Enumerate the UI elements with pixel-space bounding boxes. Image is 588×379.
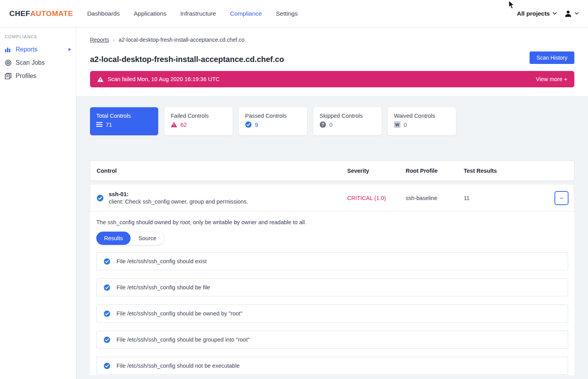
control-row-ssh-01[interactable]: ssh-01: client: Check ssh_config owner, … [90, 184, 574, 211]
warning-triangle-icon [97, 76, 104, 82]
stat-card-skipped-controls[interactable]: Skipped Controls ? 0 [313, 107, 381, 135]
stat-value: 71 [106, 121, 112, 128]
stat-label: Failed Controls [171, 113, 226, 119]
question-circle-icon: ? [320, 121, 326, 128]
arrow-right-icon [68, 48, 71, 51]
detail-tabs: Results Source [96, 232, 164, 245]
column-header-control: Control [90, 168, 347, 174]
column-header-root-profile: Root Profile [406, 168, 464, 174]
check-circle-icon [97, 195, 104, 202]
mouse-cursor-icon [509, 0, 515, 11]
breadcrumb-reports-link[interactable]: Reports [90, 37, 109, 43]
result-item: File /etc/ssh/ssh_config should be group… [96, 331, 568, 349]
result-item: File /etc/ssh/ssh_config should be file [96, 278, 568, 296]
svg-text:?: ? [321, 122, 324, 127]
scan-failed-message: Scan failed Mon, 10 Aug 2020 16:19:36 UT… [108, 76, 220, 82]
collapse-row-button[interactable]: − [554, 191, 569, 205]
nav-item-dashboards[interactable]: Dashboards [87, 10, 120, 17]
result-text: File /etc/ssh/ssh_config should not be e… [117, 363, 240, 369]
control-severity: CRITICAL (1.0) [347, 195, 406, 201]
breadcrumb: Reports › a2-local-desktop-fresh-install… [90, 37, 574, 43]
column-header-severity: Severity [347, 168, 406, 174]
check-circle-icon [104, 258, 110, 265]
check-circle-icon [104, 284, 110, 291]
tab-source[interactable]: Source [131, 232, 164, 245]
user-icon [564, 9, 572, 18]
user-menu[interactable] [564, 9, 579, 18]
projects-dropdown[interactable]: All projects [517, 10, 557, 17]
stat-label: Skipped Controls [320, 113, 375, 119]
column-header-test-results: Test Results [464, 168, 574, 174]
nav-item-settings[interactable]: Settings [276, 10, 298, 17]
control-description: client: Check ssh_config owner, group an… [109, 198, 248, 205]
control-detail-description: The ssh_config should owned by root, onl… [96, 219, 568, 225]
main-content: Reports › a2-local-desktop-fresh-install… [76, 27, 588, 379]
sidebar-item-scan-jobs[interactable]: Scan Jobs [0, 56, 76, 69]
sidebar-item-reports[interactable]: Reports [0, 43, 76, 56]
logo-automate: AUTOMATE [30, 9, 73, 18]
scan-history-button[interactable]: Scan History [530, 51, 574, 64]
results-list: File /etc/ssh/ssh_config should exist Fi… [96, 252, 568, 375]
result-item: File /etc/ssh/ssh_config should be owned… [96, 305, 568, 322]
scan-failed-banner: Scan failed Mon, 10 Aug 2020 16:19:36 UT… [90, 71, 574, 87]
stat-label: Passed Controls [245, 113, 301, 119]
sidebar-item-profiles[interactable]: Profiles [0, 69, 76, 83]
stat-card-failed-controls[interactable]: Failed Controls 62 [164, 107, 233, 135]
page-title: a2-local-desktop-fresh-install-acceptanc… [90, 55, 284, 64]
stat-value: 0 [329, 121, 332, 128]
page-header: Reports › a2-local-desktop-fresh-install… [76, 27, 588, 96]
top-nav: CHEFAUTOMATE Dashboards Applications Inf… [0, 0, 588, 27]
stat-label: Total Controls [96, 113, 152, 119]
controls-table: Control Severity Root Profile Test Resul… [90, 161, 574, 375]
result-text: File /etc/ssh/ssh_config should be group… [117, 336, 250, 343]
stat-card-passed-controls[interactable]: Passed Controls 9 [239, 107, 307, 135]
check-circle-icon [104, 363, 110, 369]
projects-label: All projects [517, 10, 550, 17]
broadcast-icon [5, 59, 12, 66]
documents-icon [5, 73, 12, 80]
stat-card-total-controls[interactable]: Total Controls 71 [90, 107, 158, 135]
result-text: File /etc/ssh/ssh_config should exist [117, 258, 207, 264]
result-item: File /etc/ssh/ssh_config should not be e… [96, 357, 568, 375]
check-circle-icon [104, 336, 110, 343]
nav-item-compliance[interactable]: Compliance [230, 10, 262, 17]
nav-item-infrastructure[interactable]: Infrastructure [180, 10, 216, 17]
sidebar-section-label: COMPLIANCE [0, 34, 76, 39]
result-item: File /etc/ssh/ssh_config should exist [96, 252, 568, 270]
waived-badge-icon: W [394, 121, 401, 128]
list-icon [96, 122, 102, 127]
minus-icon: − [560, 195, 564, 202]
controls-stats-row: Total Controls 71 Failed Controls [90, 107, 574, 135]
chef-automate-logo[interactable]: CHEFAUTOMATE [9, 9, 73, 18]
bar-chart-icon [5, 46, 12, 53]
breadcrumb-separator: › [113, 37, 115, 43]
sidebar-item-label: Profiles [16, 73, 71, 80]
sidebar-item-label: Reports [16, 46, 64, 53]
breadcrumb-current: a2-local-desktop-fresh-install-acceptanc… [118, 37, 244, 43]
chevron-down-icon [553, 12, 557, 15]
sidebar-item-label: Scan Jobs [16, 59, 71, 66]
control-detail-panel: The ssh_config should owned by root, onl… [90, 211, 574, 375]
control-test-results: 11 [464, 195, 470, 201]
result-text: File /etc/ssh/ssh_config should be file [117, 284, 210, 290]
tab-results[interactable]: Results [96, 232, 131, 245]
check-circle-icon [245, 121, 252, 128]
control-id: ssh-01: [109, 191, 248, 197]
result-text: File /etc/ssh/ssh_config should be owned… [117, 310, 242, 317]
stat-value: 9 [255, 121, 258, 128]
chevron-down-icon [575, 12, 579, 15]
control-root-profile: ssh-baseline [406, 195, 464, 201]
compliance-sidebar: COMPLIANCE Reports Scan Jobs Profiles [0, 27, 76, 379]
view-more-link[interactable]: View more + [536, 76, 567, 82]
warning-triangle-icon [171, 122, 177, 128]
table-header-row: Control Severity Root Profile Test Resul… [90, 161, 574, 181]
main-nav: Dashboards Applications Infrastructure C… [87, 10, 298, 17]
logo-chef: CHEF [9, 9, 30, 18]
stat-value: 62 [180, 121, 187, 128]
stat-label: Waived Controls [394, 113, 450, 119]
stat-value: 0 [404, 121, 407, 128]
nav-item-applications[interactable]: Applications [134, 10, 166, 17]
stat-card-waived-controls[interactable]: Waived Controls W 0 [388, 107, 456, 135]
check-circle-icon [104, 310, 110, 317]
